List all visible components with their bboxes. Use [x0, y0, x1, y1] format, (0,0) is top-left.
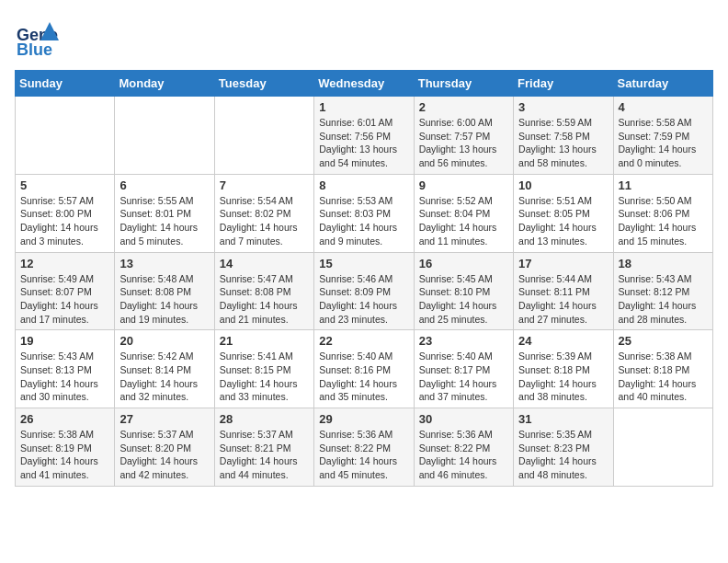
day-info: Sunrise: 5:49 AM Sunset: 8:07 PM Dayligh…: [20, 272, 109, 327]
svg-text:Blue: Blue: [17, 40, 52, 59]
day-info: Sunrise: 5:42 AM Sunset: 8:14 PM Dayligh…: [119, 350, 209, 404]
calendar-cell: 20Sunrise: 5:42 AM Sunset: 8:14 PM Dayli…: [115, 330, 214, 408]
weekday-header-saturday: Saturday: [613, 71, 712, 97]
calendar-cell: 17Sunrise: 5:44 AM Sunset: 8:11 PM Dayli…: [514, 252, 613, 330]
day-info: Sunrise: 5:58 AM Sunset: 7:59 PM Dayligh…: [619, 116, 708, 170]
calendar-cell: [16, 97, 115, 175]
day-number: 8: [319, 178, 408, 192]
day-number: 7: [220, 178, 309, 192]
calendar-cell: 1Sunrise: 6:01 AM Sunset: 7:56 PM Daylig…: [314, 97, 414, 175]
day-number: 18: [619, 257, 708, 270]
calendar-cell: [115, 97, 214, 175]
day-info: Sunrise: 6:00 AM Sunset: 7:57 PM Dayligh…: [419, 116, 508, 170]
calendar-cell: 6Sunrise: 5:55 AM Sunset: 8:01 PM Daylig…: [115, 174, 214, 252]
calendar-cell: 14Sunrise: 5:47 AM Sunset: 8:08 PM Dayli…: [214, 252, 313, 330]
day-info: Sunrise: 5:54 AM Sunset: 8:02 PM Dayligh…: [220, 194, 309, 248]
day-number: 17: [518, 257, 608, 270]
day-info: Sunrise: 5:40 AM Sunset: 8:17 PM Dayligh…: [419, 350, 508, 404]
day-number: 20: [119, 334, 209, 348]
logo: General Blue: [15, 15, 59, 59]
day-info: Sunrise: 5:36 AM Sunset: 8:22 PM Dayligh…: [419, 428, 508, 482]
weekday-header-friday: Friday: [514, 71, 613, 97]
calendar-cell: 25Sunrise: 5:38 AM Sunset: 8:18 PM Dayli…: [613, 330, 712, 408]
calendar-week-4: 19Sunrise: 5:43 AM Sunset: 8:13 PM Dayli…: [16, 330, 713, 408]
calendar-cell: 16Sunrise: 5:45 AM Sunset: 8:10 PM Dayli…: [414, 252, 513, 330]
day-info: Sunrise: 5:59 AM Sunset: 7:58 PM Dayligh…: [518, 116, 608, 170]
day-number: 21: [220, 334, 309, 348]
calendar-cell: 10Sunrise: 5:51 AM Sunset: 8:05 PM Dayli…: [514, 174, 613, 252]
calendar-table: SundayMondayTuesdayWednesdayThursdayFrid…: [15, 70, 713, 487]
calendar-cell: 21Sunrise: 5:41 AM Sunset: 8:15 PM Dayli…: [214, 330, 313, 408]
calendar-cell: 27Sunrise: 5:37 AM Sunset: 8:20 PM Dayli…: [115, 408, 214, 487]
calendar-cell: 7Sunrise: 5:54 AM Sunset: 8:02 PM Daylig…: [214, 174, 313, 252]
day-info: Sunrise: 5:41 AM Sunset: 8:15 PM Dayligh…: [220, 350, 309, 404]
day-info: Sunrise: 5:47 AM Sunset: 8:08 PM Dayligh…: [220, 272, 309, 327]
calendar-cell: 9Sunrise: 5:52 AM Sunset: 8:04 PM Daylig…: [414, 174, 513, 252]
day-info: Sunrise: 5:45 AM Sunset: 8:10 PM Dayligh…: [419, 272, 508, 327]
calendar-cell: 22Sunrise: 5:40 AM Sunset: 8:16 PM Dayli…: [314, 330, 414, 408]
day-info: Sunrise: 5:53 AM Sunset: 8:03 PM Dayligh…: [319, 194, 408, 248]
day-info: Sunrise: 5:38 AM Sunset: 8:18 PM Dayligh…: [619, 350, 708, 404]
day-number: 3: [518, 100, 608, 114]
day-info: Sunrise: 5:35 AM Sunset: 8:23 PM Dayligh…: [518, 428, 608, 482]
day-info: Sunrise: 5:38 AM Sunset: 8:19 PM Dayligh…: [20, 428, 109, 482]
weekday-header-monday: Monday: [115, 71, 214, 97]
day-info: Sunrise: 5:43 AM Sunset: 8:12 PM Dayligh…: [619, 272, 708, 327]
calendar-cell: 31Sunrise: 5:35 AM Sunset: 8:23 PM Dayli…: [514, 408, 613, 487]
weekday-header-wednesday: Wednesday: [314, 71, 414, 97]
calendar-week-5: 26Sunrise: 5:38 AM Sunset: 8:19 PM Dayli…: [16, 408, 713, 487]
day-number: 29: [319, 412, 408, 426]
day-number: 13: [119, 257, 209, 270]
logo-icon: General Blue: [15, 15, 59, 59]
day-number: 5: [20, 178, 109, 192]
calendar-cell: 18Sunrise: 5:43 AM Sunset: 8:12 PM Dayli…: [613, 252, 712, 330]
day-info: Sunrise: 5:39 AM Sunset: 8:18 PM Dayligh…: [518, 350, 608, 404]
day-number: 22: [319, 334, 408, 348]
day-info: Sunrise: 5:52 AM Sunset: 8:04 PM Dayligh…: [419, 194, 508, 248]
calendar-cell: 3Sunrise: 5:59 AM Sunset: 7:58 PM Daylig…: [514, 97, 613, 175]
calendar-cell: 26Sunrise: 5:38 AM Sunset: 8:19 PM Dayli…: [16, 408, 115, 487]
calendar-cell: 13Sunrise: 5:48 AM Sunset: 8:08 PM Dayli…: [115, 252, 214, 330]
page-header: General Blue: [15, 15, 713, 59]
day-info: Sunrise: 5:48 AM Sunset: 8:08 PM Dayligh…: [119, 272, 209, 327]
day-number: 1: [319, 100, 408, 114]
day-number: 15: [319, 257, 408, 270]
day-info: Sunrise: 5:37 AM Sunset: 8:21 PM Dayligh…: [220, 428, 309, 482]
weekday-header-sunday: Sunday: [16, 71, 115, 97]
calendar-week-3: 12Sunrise: 5:49 AM Sunset: 8:07 PM Dayli…: [16, 252, 713, 330]
day-number: 23: [419, 334, 508, 348]
day-number: 2: [419, 100, 508, 114]
calendar-cell: 28Sunrise: 5:37 AM Sunset: 8:21 PM Dayli…: [214, 408, 313, 487]
calendar-body: 1Sunrise: 6:01 AM Sunset: 7:56 PM Daylig…: [16, 97, 713, 487]
day-info: Sunrise: 5:57 AM Sunset: 8:00 PM Dayligh…: [20, 194, 109, 248]
day-number: 12: [20, 257, 109, 270]
day-info: Sunrise: 5:55 AM Sunset: 8:01 PM Dayligh…: [119, 194, 209, 248]
day-number: 30: [419, 412, 508, 426]
day-number: 4: [619, 100, 708, 114]
calendar-cell: 5Sunrise: 5:57 AM Sunset: 8:00 PM Daylig…: [16, 174, 115, 252]
day-number: 6: [119, 178, 209, 192]
calendar-cell: 29Sunrise: 5:36 AM Sunset: 8:22 PM Dayli…: [314, 408, 414, 487]
calendar-cell: 24Sunrise: 5:39 AM Sunset: 8:18 PM Dayli…: [514, 330, 613, 408]
weekday-header-thursday: Thursday: [414, 71, 513, 97]
calendar-cell: 8Sunrise: 5:53 AM Sunset: 8:03 PM Daylig…: [314, 174, 414, 252]
day-number: 9: [419, 178, 508, 192]
calendar-cell: 12Sunrise: 5:49 AM Sunset: 8:07 PM Dayli…: [16, 252, 115, 330]
day-info: Sunrise: 6:01 AM Sunset: 7:56 PM Dayligh…: [319, 116, 408, 170]
calendar-cell: 2Sunrise: 6:00 AM Sunset: 7:57 PM Daylig…: [414, 97, 513, 175]
day-number: 10: [518, 178, 608, 192]
calendar-week-1: 1Sunrise: 6:01 AM Sunset: 7:56 PM Daylig…: [16, 97, 713, 175]
day-info: Sunrise: 5:51 AM Sunset: 8:05 PM Dayligh…: [518, 194, 608, 248]
day-number: 28: [220, 412, 309, 426]
weekday-header-tuesday: Tuesday: [214, 71, 313, 97]
calendar-cell: 11Sunrise: 5:50 AM Sunset: 8:06 PM Dayli…: [613, 174, 712, 252]
calendar-cell: [214, 97, 313, 175]
day-info: Sunrise: 5:36 AM Sunset: 8:22 PM Dayligh…: [319, 428, 408, 482]
day-number: 14: [220, 257, 309, 270]
calendar-cell: 23Sunrise: 5:40 AM Sunset: 8:17 PM Dayli…: [414, 330, 513, 408]
day-info: Sunrise: 5:46 AM Sunset: 8:09 PM Dayligh…: [319, 272, 408, 327]
calendar-cell: 15Sunrise: 5:46 AM Sunset: 8:09 PM Dayli…: [314, 252, 414, 330]
day-number: 25: [619, 334, 708, 348]
day-info: Sunrise: 5:37 AM Sunset: 8:20 PM Dayligh…: [119, 428, 209, 482]
day-info: Sunrise: 5:50 AM Sunset: 8:06 PM Dayligh…: [619, 194, 708, 248]
